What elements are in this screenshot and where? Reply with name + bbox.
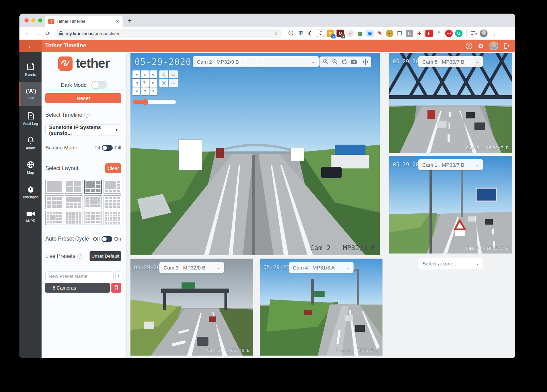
camera-select-cam5[interactable]: Cam 5 - MP30/7 B ⌄ [418, 56, 483, 67]
reset-button[interactable]: Reset [45, 93, 121, 103]
ptz-down-right-button[interactable]: ▲ [150, 87, 157, 95]
txt-coin-extension-icon[interactable]: TXT [386, 30, 393, 37]
zoom-in-icon[interactable] [323, 59, 329, 65]
grammarly-extension-icon[interactable]: G [455, 30, 463, 37]
reading-list-icon[interactable] [470, 31, 477, 36]
yab-extension-icon[interactable]: YAB [445, 30, 453, 37]
sidebar-item-map[interactable]: Map [19, 155, 42, 180]
camera-cell-cam3[interactable]: 05-29-202 Cam 3 - MP32/0 B Cam 3 - MP32/… [130, 259, 253, 356]
help-icon[interactable]: ? [466, 43, 472, 49]
camera-cell-cam2[interactable]: 05-29-2020 Fri 13:32:32 Cam 2 - MP32/9 B… [130, 53, 380, 255]
layout-option-1[interactable] [45, 180, 63, 194]
browser-profile-avatar[interactable] [480, 29, 488, 37]
forward-button[interactable]: → [32, 30, 43, 37]
capture-frame-extension-icon[interactable]: ❏ [396, 30, 403, 37]
focus-far-icon[interactable] [169, 70, 178, 78]
layout-option-2[interactable] [65, 180, 82, 194]
camera-select-cam4[interactable]: Cam 4 - MP31/3 A ⌄ [289, 262, 354, 273]
layout-option-11[interactable] [84, 211, 102, 225]
camera-cell-cam4[interactable]: 05-29-202 Cam 4 - MP31/3 A Cam 4 - MP31/… [260, 259, 382, 356]
layout-option-7[interactable] [84, 195, 102, 209]
layout-option-4[interactable] [104, 180, 121, 194]
info-circle-extension-icon[interactable]: Ⓘ [287, 30, 295, 37]
camera-select-cam3[interactable]: Cam 3 - MP32/0 B ⌄ [159, 262, 224, 273]
ptz-right-button[interactable]: ▲ [150, 79, 157, 87]
reload-button[interactable]: ⟳ [43, 30, 53, 37]
reorder-icon[interactable]: ↕ [48, 285, 50, 290]
collapse-sidebar-button[interactable]: ← [19, 40, 42, 52]
new-preset-input[interactable] [45, 271, 114, 281]
zoom-out-icon[interactable] [332, 59, 338, 65]
sidebar-item-events[interactable]: Events [19, 57, 42, 82]
add-preset-button[interactable]: + [115, 271, 121, 281]
refresh-icon[interactable] [341, 59, 347, 65]
layout-option-9[interactable] [45, 211, 63, 225]
ptz-zoom-slider[interactable] [132, 100, 176, 104]
layout-option-8[interactable] [104, 195, 121, 209]
ptz-left-button[interactable]: ▲ [132, 79, 140, 87]
green-globe-extension-icon[interactable]: ◍ [356, 30, 364, 37]
brightness-icon[interactable] [159, 79, 168, 87]
close-window-button[interactable] [25, 18, 29, 22]
sidebar-item-timelapse[interactable]: Timelapse [19, 180, 42, 204]
camera-select-cam2[interactable]: Cam 2 - MP32/9 B ⌄ [193, 56, 319, 67]
timeline-select[interactable]: Sunstone IP Systems (sunsto... ▾ [45, 124, 121, 135]
delete-preset-button[interactable] [111, 283, 121, 293]
unset-default-button[interactable]: Unset Default [90, 251, 121, 261]
wiper-icon[interactable] [169, 79, 178, 87]
calendar-c-extension-icon[interactable]: c̈ [317, 30, 324, 37]
user-avatar[interactable] [489, 42, 498, 50]
settings-gear-icon[interactable]: ⚙ [478, 42, 484, 50]
dark-moon-extension-icon[interactable]: ☾ [307, 30, 314, 37]
tab-close-icon[interactable]: ✕ [115, 19, 119, 24]
sidebar-item-live[interactable]: ('A') Live [19, 82, 42, 106]
flipboard-extension-icon[interactable]: F [425, 30, 433, 37]
ublock-extension-icon[interactable]: U2 [337, 30, 344, 37]
auto-preset-toggle[interactable] [101, 236, 112, 242]
back-button[interactable]: ← [22, 30, 32, 37]
toggle-dot-extension-icon[interactable]: ● [346, 30, 354, 37]
camera-select-cam1[interactable]: Cam 1 - MP33/7 B ⌄ [418, 159, 483, 170]
layout-option-6[interactable] [65, 195, 82, 209]
help-circle-icon[interactable]: ? [84, 113, 90, 118]
layout-option-12[interactable] [104, 211, 121, 225]
minimize-window-button[interactable] [31, 18, 35, 22]
browser-tab[interactable]: t Tether Timeline ✕ [45, 16, 123, 27]
browser-menu-icon[interactable]: ⋮ [492, 30, 498, 37]
screenshare-extension-icon[interactable]: ▣ [366, 30, 374, 37]
mountain-extension-icon[interactable]: ⌃ [435, 30, 443, 37]
shield-extension-icon[interactable]: ⛨ [297, 30, 304, 37]
camera-cell-cam5[interactable]: 05-29-202 Cam 5 - MP30/7 B Cam 5 - MP30/… [389, 53, 512, 153]
red-cross-extension-icon[interactable]: ✚ [416, 30, 423, 37]
ptz-down-button[interactable]: ▲ [141, 87, 149, 95]
ptz-up-left-button[interactable]: ▲ [132, 70, 140, 78]
snapshot-camera-icon[interactable] [350, 59, 357, 65]
sidebar-item-anpr[interactable]: ANPR [19, 204, 42, 229]
layout-option-5[interactable] [45, 195, 63, 209]
pan-move-icon[interactable] [362, 59, 369, 65]
layout-option-10[interactable] [65, 211, 82, 225]
maximize-window-button[interactable] [38, 18, 42, 22]
address-bar[interactable]: my.timeline.is/perspectives ☆ [55, 29, 282, 38]
ptz-up-right-button[interactable]: ▲ [150, 70, 157, 78]
scaling-mode-toggle[interactable] [102, 145, 113, 151]
preset-item-5-cameras[interactable]: ↕ 5 Cameras [45, 283, 110, 293]
dark-mode-toggle[interactable] [91, 81, 107, 89]
layout-option-3-selected[interactable] [84, 180, 102, 194]
zone-select[interactable]: Select a zone... ⌄ [418, 258, 483, 269]
ptz-up-button[interactable]: ▲ [141, 70, 149, 78]
red-pen-extension-icon[interactable]: ✎ [376, 30, 384, 37]
sidebar-item-alarm[interactable]: Alarm [19, 131, 42, 155]
camera-cell-cam1[interactable]: 05-29-202 Cam 1 - MP33/7 B Cam 1 - MP33/… [389, 156, 512, 254]
orange-x-extension-icon[interactable]: ✕9 [327, 30, 334, 37]
sidebar-item-audit-log[interactable]: Audit Log [19, 106, 42, 131]
help-circle-icon[interactable]: ? [77, 254, 82, 259]
logout-icon[interactable] [504, 43, 511, 49]
new-tab-button[interactable]: + [128, 17, 132, 25]
focus-near-icon[interactable] [159, 70, 168, 78]
clear-layout-button[interactable]: Clear [105, 163, 121, 173]
ptz-down-left-button[interactable]: ▲ [132, 87, 140, 95]
bookmark-star-icon[interactable]: ☆ [274, 30, 278, 36]
ptz-home-button[interactable]: ↻ [141, 79, 149, 87]
h-gray-extension-icon[interactable]: h [406, 30, 413, 37]
